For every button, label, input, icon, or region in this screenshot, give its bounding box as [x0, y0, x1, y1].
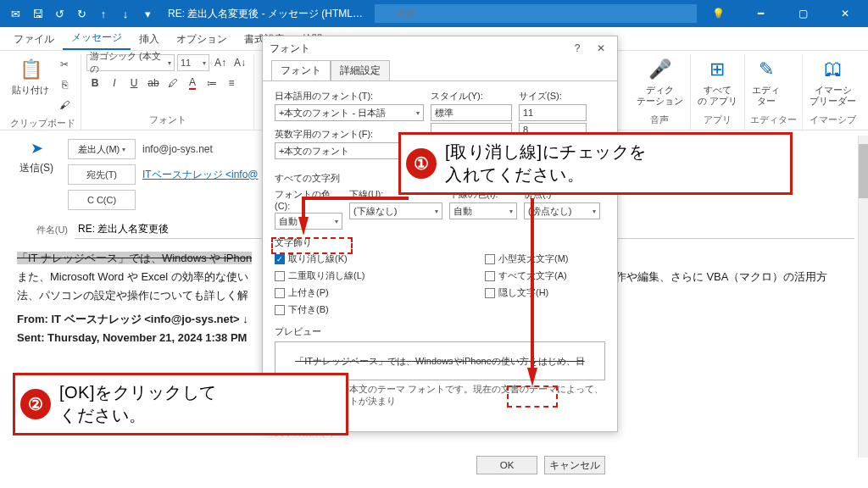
- cancel-button[interactable]: キャンセル: [544, 456, 605, 474]
- annotation-connector: [531, 198, 534, 368]
- cut-icon[interactable]: ✂: [56, 56, 73, 73]
- hidden-checkbox[interactable]: 隠し文字(H): [485, 286, 569, 299]
- annotation-highlight: [507, 385, 558, 408]
- dialog-close-button[interactable]: ✕: [592, 39, 610, 58]
- group-apps: ⊞すべて の アプリ アプリ: [691, 54, 745, 130]
- annotation-connector: [302, 197, 305, 217]
- mic-icon: 🎤: [646, 56, 673, 83]
- underline-button[interactable]: U: [125, 75, 142, 92]
- editor-icon: ✎: [753, 56, 780, 83]
- annotation-text: [取り消し線]にチェックを 入れてください。: [445, 141, 647, 186]
- up-icon[interactable]: ↑: [95, 5, 112, 22]
- from-value: info@jo-sys.net: [142, 143, 213, 155]
- underlinecolor-input[interactable]: 自動▾: [449, 202, 517, 219]
- dialog-title-bar: フォント ? ✕: [263, 36, 617, 60]
- outlook-icon: ✉: [7, 5, 24, 22]
- save-icon[interactable]: 🖫: [29, 5, 46, 22]
- subject-label: 件名(U): [14, 224, 68, 236]
- increase-font-icon[interactable]: A↑: [212, 54, 229, 71]
- maximize-button[interactable]: ▢: [783, 0, 822, 27]
- search-input[interactable]: [375, 4, 697, 23]
- annotation-number: ①: [406, 148, 437, 179]
- emphasis-input[interactable]: (傍点なし)▾: [524, 202, 600, 219]
- to-button[interactable]: 宛先(T): [68, 164, 136, 185]
- jp-font-input[interactable]: +本文のフォント - 日本語▾: [275, 104, 424, 121]
- body-line: また、Microsoft Word や Excel の効率的な使い: [17, 270, 248, 283]
- tab-insert[interactable]: 挿入: [131, 28, 168, 50]
- window-controls: 💡 ━ ▢ ✕: [698, 0, 868, 27]
- tab-options[interactable]: オプション: [168, 28, 236, 50]
- vertical-scrollbar[interactable]: [858, 136, 868, 458]
- quoted-from: From: IT ベースナレッジ <info@jo-sys.net> ↓: [17, 313, 248, 325]
- dictate-button[interactable]: 🎤ディク テーション: [635, 54, 685, 108]
- jp-font-label: 日本語用のフォント(T):: [275, 90, 424, 103]
- underline-input[interactable]: (下線なし)▾: [349, 202, 442, 219]
- reader-icon: 🕮: [820, 56, 847, 83]
- group-voice: 🎤ディク テーション 音声: [630, 54, 691, 130]
- dialog-tab-font[interactable]: フォント: [271, 60, 331, 80]
- strikethrough-button[interactable]: ab: [145, 75, 162, 92]
- group-label: イマーシブ: [808, 112, 858, 130]
- annotation-arrow-icon: [298, 217, 309, 236]
- scrollbar-thumb[interactable]: [859, 144, 868, 198]
- cc-button[interactable]: C C(C): [68, 190, 136, 210]
- format-painter-icon[interactable]: 🖌: [56, 97, 73, 114]
- body-line: 操作や編集、さらに VBA（マクロ）の活用方: [604, 270, 828, 283]
- bullets-button[interactable]: ≔: [203, 75, 220, 92]
- subscript-checkbox[interactable]: 下付き(B): [275, 303, 427, 316]
- minimize-button[interactable]: ━: [741, 0, 780, 27]
- group-label: 音声: [635, 112, 685, 130]
- all-apps-button[interactable]: ⊞すべて の アプリ: [696, 54, 739, 108]
- editor-button[interactable]: ✎エディ ター: [750, 54, 782, 108]
- dialog-tab-advanced[interactable]: 詳細設定: [331, 60, 390, 80]
- redo-icon[interactable]: ↻: [73, 5, 90, 22]
- group-label: アプリ: [696, 112, 739, 130]
- qat-dropdown-icon[interactable]: ▾: [139, 5, 156, 22]
- bold-button[interactable]: B: [86, 75, 103, 92]
- font-name-input[interactable]: 游ゴシック (本文の▾: [86, 54, 175, 71]
- ok-button[interactable]: OK: [476, 456, 537, 474]
- group-label: エディター: [750, 112, 797, 130]
- paste-icon: 📋: [17, 56, 44, 83]
- from-button[interactable]: 差出人(M) ▾: [68, 139, 136, 159]
- font-size-input[interactable]: 11▾: [177, 54, 209, 71]
- decrease-font-icon[interactable]: A↓: [231, 54, 248, 71]
- group-editor: ✎エディ ター エディター: [745, 54, 803, 130]
- annotation-text: [OK]をクリックして ください。: [59, 381, 217, 427]
- dialog-tabs: フォント 詳細設定: [263, 60, 617, 80]
- tab-file[interactable]: ファイル: [5, 28, 63, 50]
- size-input[interactable]: 11: [519, 104, 587, 121]
- superscript-checkbox[interactable]: 上付き(P): [275, 286, 427, 299]
- body-line: 法、パソコンの設定や操作についても詳しく解: [17, 289, 248, 302]
- selected-text: 「IT ナレッジベース」では、Windows や iPhon: [17, 252, 252, 264]
- close-button[interactable]: ✕: [826, 0, 865, 27]
- italic-button[interactable]: I: [106, 75, 123, 92]
- send-button[interactable]: ➤ 送信(S): [14, 139, 59, 210]
- search-wrap: 🔍: [375, 4, 698, 23]
- font-color-button[interactable]: A: [184, 75, 201, 92]
- numbering-button[interactable]: ≡: [223, 75, 240, 92]
- preview-label: プレビュー: [275, 325, 605, 338]
- fontcolor-input[interactable]: 自動▾: [275, 213, 342, 230]
- size-label: サイズ(S):: [519, 90, 587, 103]
- group-clipboard: 📋 貼り付け ✂ ⎘ 🖌 クリップボード: [5, 54, 81, 130]
- to-value[interactable]: ITベースナレッジ <info@: [142, 168, 259, 182]
- group-label: フォント: [86, 112, 248, 130]
- down-icon[interactable]: ↓: [117, 5, 134, 22]
- smallcaps-checkbox[interactable]: 小型英大文字(M): [485, 252, 569, 265]
- style-input[interactable]: 標準: [431, 104, 512, 121]
- dialog-help-button[interactable]: ?: [568, 39, 587, 58]
- help-icon[interactable]: 💡: [698, 0, 737, 27]
- paste-button[interactable]: 📋 貼り付け: [10, 54, 51, 97]
- strikethrough-checkbox[interactable]: ✓取り消し線(K): [275, 252, 427, 265]
- undo-icon[interactable]: ↺: [51, 5, 68, 22]
- double-strikethrough-checkbox[interactable]: 二重取り消し線(L): [275, 269, 427, 282]
- highlight-button[interactable]: 🖊: [164, 75, 181, 92]
- copy-icon[interactable]: ⎘: [56, 76, 73, 93]
- dialog-buttons: OK キャンセル: [263, 447, 617, 483]
- immersive-reader-button[interactable]: 🕮イマーシ ブリーダー: [808, 54, 858, 108]
- annotation-callout-1: ① [取り消し線]にチェックを 入れてください。: [398, 132, 793, 195]
- group-immersive: 🕮イマーシ ブリーダー イマーシブ: [803, 54, 863, 130]
- tab-message[interactable]: メッセージ: [63, 26, 131, 50]
- allcaps-checkbox[interactable]: すべて大文字(A): [485, 269, 569, 282]
